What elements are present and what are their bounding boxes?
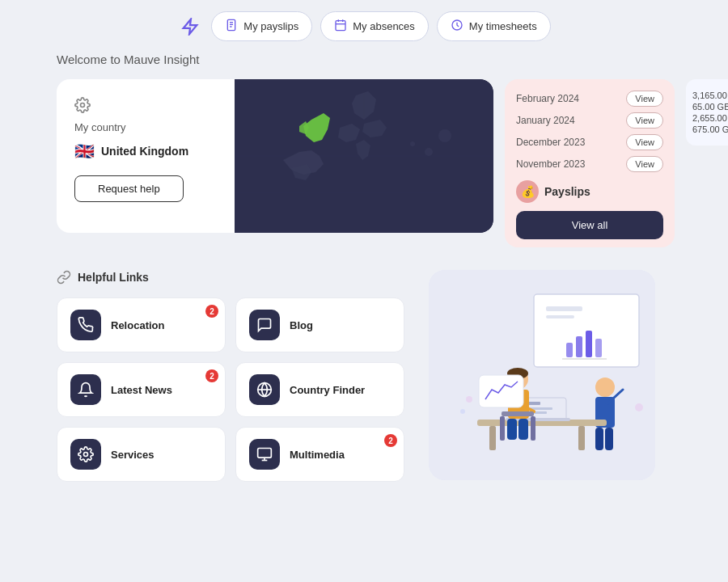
svg-rect-51 (518, 419, 528, 440)
svg-point-56 (466, 396, 472, 403)
uk-flag: 🇬🇧 (74, 141, 95, 161)
link-card-country-finder[interactable]: Country Finder (235, 362, 404, 417)
latest-news-icon (70, 374, 101, 405)
svg-rect-26 (546, 306, 582, 311)
payslips-title: Payslips (544, 185, 590, 198)
svg-rect-31 (595, 339, 602, 357)
payslip-view-0[interactable]: View (626, 91, 663, 107)
payslips-nav-icon (225, 19, 238, 34)
payslip-row-0: February 2024 View (516, 91, 663, 107)
relocation-icon (70, 310, 101, 340)
payslip-view-3[interactable]: View (626, 156, 663, 172)
svg-rect-54 (531, 416, 535, 441)
svg-rect-28 (566, 343, 573, 357)
svg-point-20 (84, 453, 88, 457)
multimedia-label: Multimedia (290, 449, 345, 461)
request-help-button[interactable]: Request help (74, 175, 184, 202)
my-country-label: My country (74, 121, 476, 133)
svg-rect-40 (578, 426, 585, 450)
country-flag-row: 🇬🇧 United Kingdom (74, 141, 476, 161)
helpful-section: Helpful Links Relocation 2 (57, 270, 671, 482)
services-icon (70, 439, 101, 470)
svg-rect-30 (586, 331, 592, 357)
amount-2: 2,655.00 (692, 113, 728, 123)
svg-rect-37 (605, 428, 613, 450)
payslips-card: February 2024 View January 2024 View Dec… (505, 79, 675, 247)
payslip-view-1[interactable]: View (626, 112, 663, 129)
svg-rect-36 (595, 428, 603, 450)
svg-rect-27 (546, 315, 574, 318)
svg-rect-55 (479, 375, 523, 407)
svg-point-10 (81, 103, 85, 108)
top-navigation: My payslips My absences My timesheets (0, 0, 728, 53)
main-content: Welcome to Mauve Insight My country 🇬🇧 U… (0, 53, 728, 482)
amount-1: 65.00 GBP (692, 102, 728, 112)
latest-news-label: Latest News (111, 384, 172, 396)
svg-point-33 (595, 377, 615, 397)
absences-nav-button[interactable]: My absences (320, 11, 429, 41)
payslip-row-2: December 2023 View (516, 134, 663, 150)
timesheets-nav-button[interactable]: My timesheets (437, 11, 551, 41)
view-all-button[interactable]: View all (516, 211, 663, 239)
payslips-label-row: 💰 Payslips (516, 180, 663, 203)
bolt-icon (177, 14, 203, 40)
payslip-row-1: January 2024 View (516, 112, 663, 129)
absences-nav-label: My absences (353, 20, 415, 32)
blog-icon (249, 310, 280, 340)
svg-rect-53 (500, 416, 505, 441)
amount-0: 3,165.00 GBP (692, 91, 728, 100)
services-label: Services (111, 449, 154, 461)
relocation-badge: 2 (205, 305, 218, 318)
payslip-row-3: November 2023 View (516, 156, 663, 172)
payslip-period-1: January 2024 (516, 115, 575, 126)
links-grid: Relocation 2 Blog (57, 297, 404, 482)
blog-label: Blog (290, 319, 313, 331)
svg-rect-39 (489, 426, 496, 450)
amounts-column: 3,165.00 GBP 65.00 GBP 2,655.00 675.00 G… (686, 79, 728, 146)
timesheets-nav-icon (451, 19, 463, 34)
payslip-period-3: November 2023 (516, 158, 585, 170)
svg-rect-52 (502, 411, 534, 416)
cards-row: My country 🇬🇧 United Kingdom Request hel… (57, 79, 671, 247)
payslip-period-2: December 2023 (516, 137, 585, 148)
payslip-period-0: February 2024 (516, 93, 579, 104)
svg-point-58 (635, 403, 643, 411)
country-finder-label: Country Finder (290, 384, 365, 396)
payslips-nav-label: My payslips (243, 20, 298, 32)
svg-point-57 (460, 409, 465, 414)
multimedia-icon (249, 439, 280, 470)
relocation-label: Relocation (111, 319, 164, 331)
svg-rect-29 (576, 336, 582, 357)
link-card-blog[interactable]: Blog (235, 297, 404, 352)
illustration-column (429, 270, 671, 482)
timesheets-nav-label: My timesheets (469, 20, 537, 32)
link-card-latest-news[interactable]: Latest News 2 (57, 362, 226, 417)
link-card-services[interactable]: Services (57, 427, 226, 482)
country-card: My country 🇬🇧 United Kingdom Request hel… (57, 79, 493, 233)
country-finder-icon (249, 374, 280, 405)
illustration-background (429, 270, 655, 480)
link-card-multimedia[interactable]: Multimedia 2 (235, 427, 404, 482)
svg-rect-5 (336, 21, 345, 31)
latest-news-badge: 2 (205, 369, 218, 382)
helpful-links-header: Helpful Links (57, 270, 404, 285)
absences-nav-icon (334, 19, 347, 34)
helpful-links-column: Helpful Links Relocation 2 (57, 270, 404, 482)
svg-rect-21 (258, 449, 272, 458)
helpful-links-title: Helpful Links (78, 271, 149, 284)
link-card-relocation[interactable]: Relocation 2 (57, 297, 226, 352)
payslip-view-2[interactable]: View (626, 134, 663, 150)
settings-icon (74, 97, 476, 116)
amount-3: 675.00 GBP (692, 124, 728, 134)
payslips-icon: 💰 (516, 180, 539, 203)
country-name: United Kingdom (101, 145, 188, 158)
svg-rect-50 (507, 419, 517, 440)
multimedia-badge: 2 (384, 434, 397, 447)
payslips-nav-button[interactable]: My payslips (211, 11, 312, 41)
svg-marker-0 (184, 19, 197, 33)
page-title: Welcome to Mauve Insight (57, 53, 671, 66)
